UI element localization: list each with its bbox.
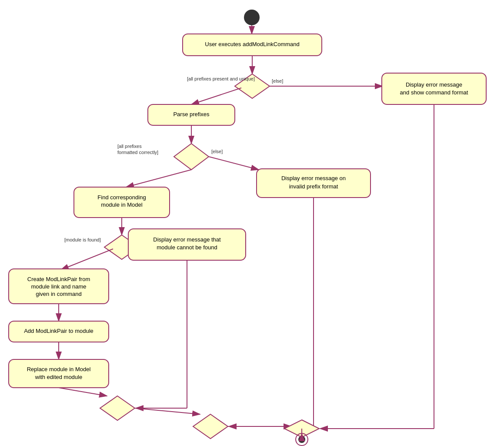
- error-prefix-label2: invalid prefix format: [289, 183, 338, 190]
- arrow-d3-create: [61, 249, 113, 270]
- error-format-label1: Display error message: [406, 81, 462, 88]
- arrow-d2-errprefix: [209, 157, 259, 170]
- create-label3: given in command: [36, 291, 82, 297]
- find-label1: Find corresponding: [97, 194, 146, 201]
- error-format-node: [382, 73, 486, 104]
- error-notfound-label2: module cannot be found: [157, 244, 217, 251]
- label-all-prefixes: [all prefixes present and unique]: [187, 76, 255, 81]
- diamond5: [193, 414, 228, 439]
- arrow-d4-d5: [135, 408, 200, 414]
- add-pair-label: Add ModLinkPair to module: [24, 328, 93, 334]
- find-label2: module in Model: [101, 201, 142, 208]
- execute-label: User executes addModLinkCommand: [205, 41, 300, 47]
- diamond2: [174, 144, 209, 170]
- error-prefix-label1: Display error message on: [281, 175, 346, 181]
- start-node: [244, 10, 260, 25]
- replace-label2: with edited module: [35, 374, 82, 380]
- label-formatted: [all prefixes: [117, 144, 142, 149]
- diagram-container: User executes addModLinkCommand [all pre…: [0, 0, 504, 446]
- label-else1: [else]: [272, 78, 283, 84]
- create-label2: module link and name: [31, 283, 86, 290]
- create-label1: Create ModLinkPair from: [27, 276, 90, 282]
- label-else2: [else]: [211, 149, 223, 154]
- diamond4: [100, 396, 135, 420]
- replace-label1: Replace module in Model: [27, 366, 91, 372]
- arrow-d1-parse: [191, 88, 241, 104]
- arrow-d2-find: [126, 170, 191, 187]
- error-notfound-label1: Display error message that: [153, 236, 221, 243]
- parse-label: Parse prefixes: [173, 111, 210, 117]
- label-found: [module is found]: [64, 237, 101, 242]
- label-formatted2: formatted correctly]: [117, 150, 158, 155]
- error-format-label2: and show command format: [400, 89, 468, 96]
- arrow-replace-d4: [59, 388, 107, 396]
